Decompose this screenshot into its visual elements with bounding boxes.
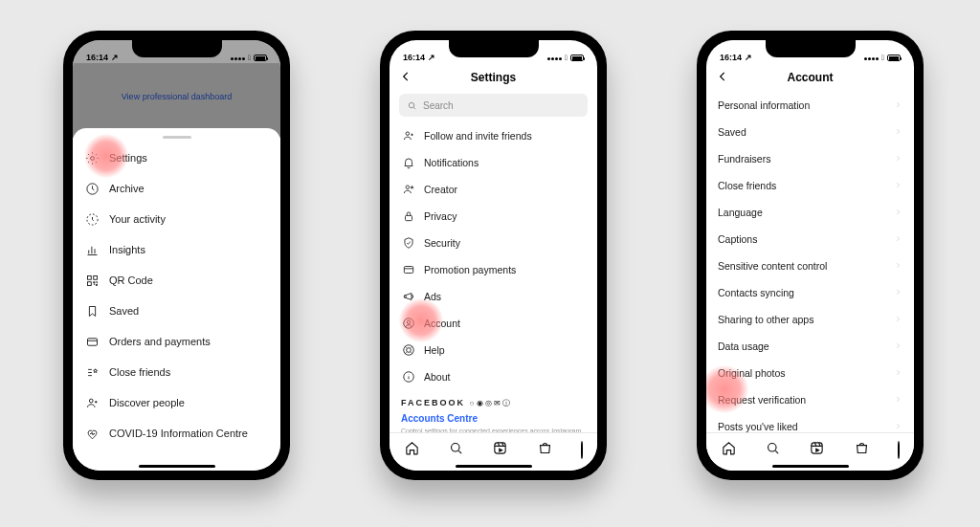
- menu-item-orders[interactable]: Orders and payments: [84, 326, 269, 357]
- settings-item-ads[interactable]: Ads: [401, 283, 586, 310]
- settings-item-promotion-payments[interactable]: Promotion payments: [401, 256, 586, 283]
- svg-rect-7: [87, 338, 97, 345]
- menu-item-insights[interactable]: Insights: [84, 234, 269, 265]
- page-title: Account: [788, 71, 834, 84]
- bookmark-icon: [84, 303, 100, 318]
- menu-item-saved[interactable]: Saved: [84, 296, 269, 326]
- chevron-right-icon: [894, 394, 902, 406]
- settings-item-creator[interactable]: Creator: [401, 176, 586, 203]
- account-item-request-verification[interactable]: Request verification: [718, 386, 902, 413]
- chevron-right-icon: [894, 340, 902, 352]
- search-input[interactable]: Search: [399, 94, 588, 117]
- gear-icon: [84, 150, 100, 165]
- settings-item-account[interactable]: Account: [401, 310, 586, 337]
- settings-item-label: Security: [424, 237, 460, 249]
- settings-item-label: Notifications: [424, 157, 479, 168]
- bottom-sheet: Settings Archive Your activity Insights: [73, 128, 280, 471]
- menu-item-discover[interactable]: Discover people: [84, 387, 269, 418]
- settings-item-label: Creator: [424, 184, 457, 195]
- shield-icon: [401, 236, 415, 251]
- settings-item-help[interactable]: Help: [401, 337, 586, 363]
- notch: [449, 40, 539, 57]
- menu-item-label: Close friends: [109, 366, 170, 378]
- credit-card-icon: [84, 334, 100, 349]
- menu-item-qr-code[interactable]: QR Code: [84, 265, 269, 296]
- list-star-icon: [84, 364, 100, 380]
- tab-profile[interactable]: [581, 442, 583, 459]
- account-item-language[interactable]: Language: [718, 199, 902, 226]
- account-item-original-photos[interactable]: Original photos: [718, 360, 902, 386]
- chevron-right-icon: [894, 126, 902, 138]
- menu-item-your-activity[interactable]: Your activity: [84, 204, 269, 234]
- qr-code-icon: [84, 273, 100, 288]
- menu-item-covid[interactable]: COVID-19 Information Centre: [84, 418, 269, 449]
- tab-reels[interactable]: [809, 440, 825, 460]
- account-item-fundraisers[interactable]: Fundraisers: [718, 145, 902, 172]
- back-button[interactable]: [399, 70, 412, 86]
- notch: [766, 40, 856, 57]
- menu-item-label: COVID-19 Information Centre: [109, 428, 248, 439]
- svg-rect-20: [495, 443, 505, 453]
- settings-item-label: About: [424, 371, 450, 383]
- svg-point-1: [90, 156, 94, 160]
- avatar-icon: [581, 441, 583, 459]
- tab-shop[interactable]: [854, 440, 870, 460]
- tab-home[interactable]: [721, 440, 737, 460]
- menu-item-archive[interactable]: Archive: [84, 173, 269, 204]
- tab-search[interactable]: [448, 440, 464, 460]
- status-time: 16:14 ↗: [86, 53, 119, 62]
- menu-item-settings[interactable]: Settings: [84, 143, 269, 173]
- chevron-right-icon: [894, 367, 902, 379]
- svg-rect-6: [87, 281, 91, 285]
- tab-shop[interactable]: [537, 440, 553, 460]
- settings-item-follow-invite[interactable]: Follow and invite friends: [401, 122, 586, 149]
- account-item-personal-information[interactable]: Personal information: [718, 92, 902, 119]
- account-item-captions[interactable]: Captions: [718, 226, 902, 253]
- clock-history-icon: [84, 181, 100, 196]
- svg-rect-5: [93, 275, 97, 279]
- phone-settings: 16:14 ↗ 􀙇 Settings Search Follow and inv…: [380, 31, 607, 480]
- settings-item-about[interactable]: About: [401, 363, 586, 390]
- tab-search[interactable]: [765, 440, 781, 460]
- phone-menu-sheet: 16:14 ↗ 􀙇 View professional dashboard: [63, 31, 290, 480]
- menu-item-close-friends[interactable]: Close friends: [84, 357, 269, 387]
- tab-home[interactable]: [404, 440, 420, 460]
- svg-rect-4: [87, 275, 91, 279]
- status-indicators: 􀙇: [546, 54, 584, 62]
- settings-item-security[interactable]: Security: [401, 230, 586, 256]
- settings-item-label: Account: [424, 318, 460, 329]
- home-indicator: [139, 465, 215, 469]
- svg-point-19: [452, 444, 460, 452]
- search-placeholder: Search: [423, 100, 454, 111]
- account-item-sensitive-content[interactable]: Sensitive content control: [718, 253, 902, 279]
- chevron-right-icon: [894, 233, 902, 245]
- activity-clock-icon: [84, 211, 100, 227]
- lock-icon: [401, 209, 415, 224]
- account-item-data-usage[interactable]: Data usage: [718, 333, 902, 360]
- menu-item-label: Settings: [109, 152, 147, 164]
- chevron-right-icon: [894, 99, 902, 111]
- settings-item-privacy[interactable]: Privacy: [401, 203, 586, 230]
- chevron-right-icon: [894, 421, 902, 432]
- home-indicator: [456, 465, 532, 469]
- svg-point-21: [768, 444, 777, 452]
- accounts-centre-link[interactable]: Accounts Centre: [401, 408, 586, 427]
- account-item-sharing-other-apps[interactable]: Sharing to other apps: [718, 306, 902, 333]
- chevron-right-icon: [894, 260, 902, 272]
- menu-item-label: Insights: [109, 244, 145, 255]
- settings-item-label: Privacy: [424, 210, 457, 222]
- tab-profile[interactable]: [898, 442, 900, 459]
- menu-item-label: Your activity: [109, 213, 166, 225]
- account-item-saved[interactable]: Saved: [718, 119, 902, 145]
- menu-item-label: QR Code: [109, 274, 153, 286]
- svg-point-15: [407, 320, 411, 324]
- back-button[interactable]: [716, 70, 729, 86]
- account-item-contacts-syncing[interactable]: Contacts syncing: [718, 279, 902, 306]
- account-item-close-friends[interactable]: Close friends: [718, 172, 902, 199]
- sheet-grabber[interactable]: [163, 136, 191, 139]
- credit-card-icon: [401, 263, 415, 277]
- chevron-right-icon: [894, 180, 902, 191]
- settings-item-notifications[interactable]: Notifications: [401, 149, 586, 176]
- svg-point-8: [89, 399, 93, 403]
- tab-reels[interactable]: [492, 440, 508, 460]
